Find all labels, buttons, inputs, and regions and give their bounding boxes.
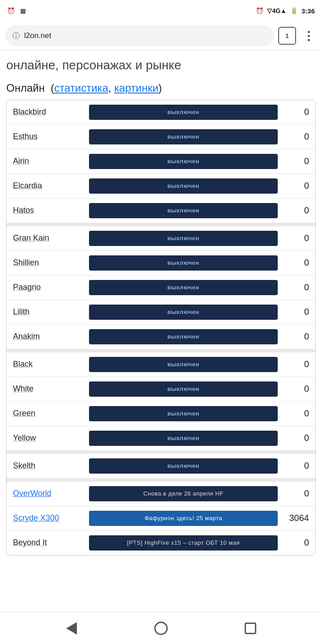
server-name[interactable]: Shillien bbox=[13, 258, 85, 267]
server-group-5: OverWorld Снова в деле 26 апреля HF 0 Sc… bbox=[7, 482, 315, 555]
server-count: 0 bbox=[282, 408, 309, 419]
server-status-bar: выключен bbox=[89, 105, 278, 120]
server-count: 3064 bbox=[282, 513, 309, 523]
address-bar[interactable]: ⓘ l2on.net bbox=[5, 25, 274, 47]
table-row: Gran Kain выключен 0 bbox=[7, 226, 315, 251]
server-name[interactable]: Paagrio bbox=[13, 283, 85, 292]
server-name[interactable]: Elcardia bbox=[13, 181, 85, 191]
server-status-bar: выключен bbox=[89, 329, 278, 344]
table-row: Black выключен 0 bbox=[7, 352, 315, 377]
server-name[interactable]: Anakim bbox=[13, 332, 85, 341]
table-row: OverWorld Снова в деле 26 апреля HF 0 bbox=[7, 482, 315, 506]
server-name[interactable]: Green bbox=[13, 409, 85, 418]
alarm-icon: ⏰ bbox=[7, 7, 15, 14]
server-status-bar: выключен bbox=[89, 203, 278, 218]
table-row: Esthus выключен 0 bbox=[7, 125, 315, 149]
server-name[interactable]: Lilith bbox=[13, 307, 85, 317]
server-status-bar: выключен bbox=[89, 231, 278, 246]
server-group-1: Blackbird выключен 0 Esthus выключен 0 A… bbox=[7, 100, 315, 223]
table-row: Skelth выключен 0 bbox=[7, 454, 315, 478]
table-row: Green выключен 0 bbox=[7, 402, 315, 426]
back-button[interactable] bbox=[58, 615, 85, 642]
server-name[interactable]: Esthus bbox=[13, 132, 85, 141]
battery-icon: 🔋 bbox=[290, 7, 298, 14]
server-count: 0 bbox=[282, 181, 309, 191]
server-status-bar: [PTS] HighFive x15 – старт ОБТ 10 мая bbox=[89, 535, 278, 551]
signal-icon: ▽4G▲ bbox=[267, 7, 287, 14]
table-row: Anakim выключен 0 bbox=[7, 325, 315, 349]
server-count: 0 bbox=[282, 488, 309, 499]
recents-button[interactable] bbox=[237, 615, 264, 642]
table-row: Shillien выключен 0 bbox=[7, 251, 315, 275]
server-name[interactable]: Yellow bbox=[13, 433, 85, 443]
server-name[interactable]: Gran Kain bbox=[13, 233, 85, 243]
group-divider bbox=[7, 450, 315, 454]
server-list: Blackbird выключен 0 Esthus выключен 0 A… bbox=[6, 100, 316, 555]
tab-count-button[interactable]: 1 bbox=[278, 27, 296, 45]
server-name[interactable]: Airin bbox=[13, 157, 85, 166]
server-name[interactable]: Black bbox=[13, 360, 85, 369]
server-name[interactable]: Beyond It bbox=[13, 538, 85, 547]
server-count: 0 bbox=[282, 131, 309, 142]
pictures-link[interactable]: картинки bbox=[114, 82, 158, 94]
back-icon bbox=[66, 622, 77, 635]
bottom-navigation bbox=[0, 612, 322, 644]
server-status-bar: выключен bbox=[89, 178, 278, 194]
home-button[interactable] bbox=[148, 615, 174, 642]
group-divider bbox=[7, 349, 315, 352]
status-right-icons: ⏰ ▽4G▲ 🔋 3:36 bbox=[256, 7, 315, 15]
status-left-icons: ⏰ ▦ bbox=[7, 7, 26, 14]
server-count: 0 bbox=[282, 384, 309, 394]
server-status-bar: выключен bbox=[89, 280, 278, 295]
table-row: Scryde X300 Фафурион здесь! 25 марта 306… bbox=[7, 506, 315, 531]
recents-icon bbox=[245, 623, 256, 634]
server-count: 0 bbox=[282, 433, 309, 443]
server-status-bar: выключен bbox=[89, 431, 278, 446]
server-count: 0 bbox=[282, 107, 309, 117]
table-row: Hatos выключен 0 bbox=[7, 199, 315, 223]
server-group-4: Skelth выключен 0 bbox=[7, 454, 315, 478]
table-row: Blackbird выключен 0 bbox=[7, 100, 315, 125]
server-status-bar: выключен bbox=[89, 255, 278, 271]
table-row: Beyond It [PTS] HighFive x15 – старт ОБТ… bbox=[7, 531, 315, 555]
server-name[interactable]: Hatos bbox=[13, 206, 85, 215]
server-group-2: Gran Kain выключен 0 Shillien выключен 0… bbox=[7, 226, 315, 349]
section-heading: Онлайн (статистика, картинки) bbox=[6, 76, 316, 100]
status-bar: ⏰ ▦ ⏰ ▽4G▲ 🔋 3:36 bbox=[0, 0, 322, 21]
menu-dot bbox=[308, 31, 310, 33]
table-row: Elcardia выключен 0 bbox=[7, 174, 315, 199]
server-status-bar: выключен bbox=[89, 129, 278, 144]
server-count: 0 bbox=[282, 233, 309, 243]
server-count: 0 bbox=[282, 307, 309, 317]
server-status-bar: выключен bbox=[89, 406, 278, 421]
server-count: 0 bbox=[282, 205, 309, 216]
group-divider bbox=[7, 478, 315, 482]
server-status-bar: Снова в деле 26 апреля HF bbox=[89, 486, 278, 501]
menu-dot bbox=[308, 39, 310, 41]
server-status-bar: выключен bbox=[89, 357, 278, 372]
server-name[interactable]: Skelth bbox=[13, 461, 85, 470]
server-name[interactable]: OverWorld bbox=[13, 489, 85, 498]
server-count: 0 bbox=[282, 461, 309, 471]
group-divider bbox=[7, 223, 315, 226]
page-content: онлайне, персонажах и рынке Онлайн (стат… bbox=[0, 51, 322, 600]
server-name[interactable]: Scryde X300 bbox=[13, 513, 85, 523]
server-status-bar: выключен bbox=[89, 154, 278, 169]
window-icon: ▦ bbox=[20, 7, 26, 14]
table-row: Airin выключен 0 bbox=[7, 149, 315, 174]
page-partial-heading: онлайне, персонажах и рынке bbox=[6, 51, 316, 76]
time-display: 3:36 bbox=[301, 7, 315, 15]
alarm2-icon: ⏰ bbox=[256, 7, 263, 14]
server-group-3: Black выключен 0 White выключен 0 Green … bbox=[7, 352, 315, 450]
server-name[interactable]: Blackbird bbox=[13, 107, 85, 117]
statistics-link[interactable]: статистика bbox=[54, 82, 108, 94]
server-status-bar: выключен bbox=[89, 381, 278, 397]
server-count: 0 bbox=[282, 282, 309, 292]
table-row: Lilith выключен 0 bbox=[7, 300, 315, 325]
server-status-bar: Фафурион здесь! 25 марта bbox=[89, 511, 278, 526]
home-icon bbox=[154, 622, 168, 635]
server-count: 0 bbox=[282, 359, 309, 369]
server-name[interactable]: White bbox=[13, 384, 85, 394]
server-status-bar: выключен bbox=[89, 305, 278, 320]
browser-menu-button[interactable] bbox=[301, 28, 317, 44]
